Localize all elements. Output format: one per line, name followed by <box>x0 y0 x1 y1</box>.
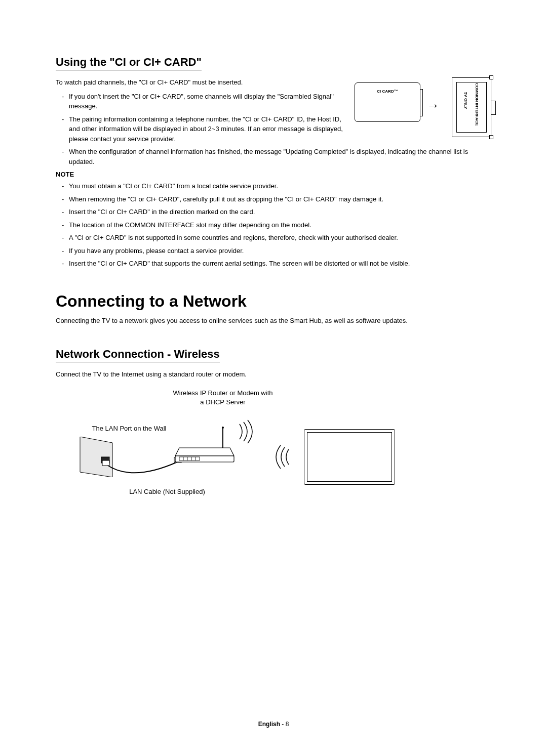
wireless-diagram: Wireless IP Router or Modem with a DHCP … <box>56 394 491 500</box>
page-footer: English - 8 <box>0 721 547 728</box>
note-item: Insert the "CI or CI+ CARD" in the direc… <box>62 207 491 217</box>
note-item: You must obtain a "CI or CI+ CARD" from … <box>62 181 491 191</box>
ci-notes: You must obtain a "CI or CI+ CARD" from … <box>56 181 491 269</box>
svg-point-5 <box>222 427 224 429</box>
note-item: The location of the COMMON INTERFACE slo… <box>62 220 491 230</box>
ci-bullets-bottom: When the configuration of channel inform… <box>56 147 491 166</box>
ci-bullet: When the configuration of channel inform… <box>62 147 491 166</box>
ci-slot-illustration: 5V ONLY COMMON INTERFACE <box>452 77 491 137</box>
ci-bullet: If you don't insert the "CI or CI+ CARD"… <box>62 92 344 111</box>
note-item: If you have any problems, please contact… <box>62 246 491 256</box>
section-heading-wireless: Network Connection - Wireless <box>56 348 220 362</box>
slot-5v-label: 5V ONLY <box>463 92 468 109</box>
chapter-intro: Connecting the TV to a network gives you… <box>56 316 491 326</box>
router-label: Wireless IP Router or Modem with a DHCP … <box>172 389 274 407</box>
ci-bullets-top: If you don't insert the "CI or CI+ CARD"… <box>56 92 344 144</box>
note-item: When removing the "CI or CI+ CARD", care… <box>62 194 491 204</box>
wifi-signal-in-icon <box>272 444 293 472</box>
ci-card-illustration: CI CARD™ <box>355 82 420 122</box>
footer-sep: - <box>280 721 286 728</box>
note-label: NOTE <box>56 171 491 178</box>
note-item: Insert the "CI or CI+ CARD" that support… <box>62 259 491 269</box>
lan-cable-label: LAN Cable (Not Supplied) <box>116 487 218 496</box>
router-illustration <box>172 442 238 472</box>
ci-top-block: To watch paid channels, the "CI or CI+ C… <box>56 77 491 147</box>
note-item: A "CI or CI+ CARD" is not supported in s… <box>62 233 491 243</box>
slot-common-interface-label: COMMON INTERFACE <box>475 83 479 126</box>
footer-language: English <box>258 721 280 728</box>
wall-port-label: The LAN Port on the Wall <box>76 424 182 433</box>
section-heading-ci-card: Using the "CI or CI+ CARD" <box>56 56 202 70</box>
tv-illustration <box>304 429 395 485</box>
ci-bullet: The pairing information containing a tel… <box>62 114 344 144</box>
wireless-intro: Connect the TV to the Internet using a s… <box>56 369 491 380</box>
chapter-heading-network: Connecting to a Network <box>56 292 491 311</box>
wifi-signal-out-icon <box>236 419 256 446</box>
ci-card-diagram: CI CARD™ → 5V ONLY COMMON INTERFACE <box>355 77 491 138</box>
ci-card-label: CI CARD™ <box>355 89 420 94</box>
arrow-icon: → <box>426 98 440 113</box>
footer-page-number: 8 <box>286 721 289 728</box>
ci-text-column: To watch paid channels, the "CI or CI+ C… <box>56 77 344 147</box>
svg-rect-7 <box>179 457 200 460</box>
ci-intro: To watch paid channels, the "CI or CI+ C… <box>56 77 344 88</box>
svg-rect-2 <box>102 460 109 466</box>
